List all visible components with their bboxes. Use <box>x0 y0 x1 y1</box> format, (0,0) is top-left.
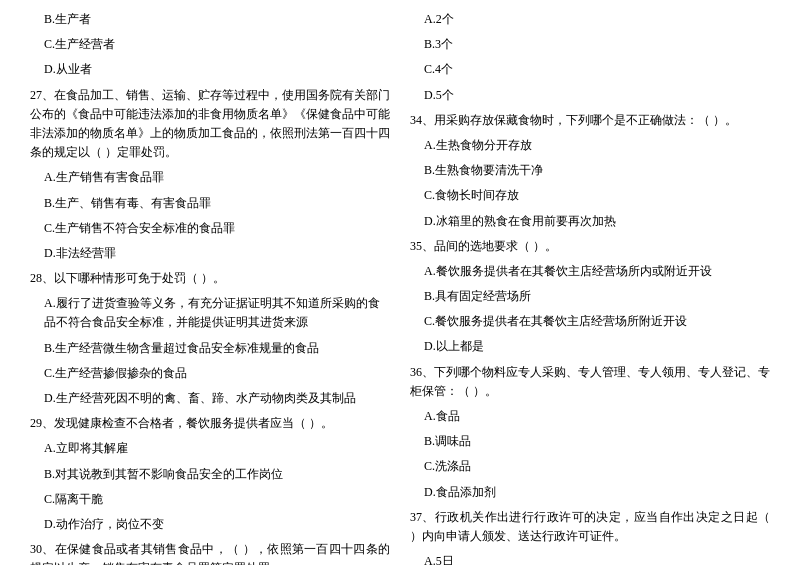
q30-text: 30、在保健食品或者其销售食品中，（ ），依照第一百四十四条的规定以生产、销售有… <box>30 540 390 565</box>
q36d-block: D.食品添加剂 <box>410 483 770 502</box>
q34-opt-c: C.食物长时间存放 <box>410 186 770 205</box>
q27c-block: C.生产销售不符合安全标准的食品罪 <box>30 219 390 238</box>
q27-text: 27、在食品加工、销售、运输、贮存等过程中，使用国务院有关部门公布的《食品中可能… <box>30 86 390 163</box>
q29-block: 29、发现健康检查不合格者，餐饮服务提供者应当（ ）。 <box>30 414 390 433</box>
q35-opt-c: C.餐饮服务提供者在其餐饮主店经营场所附近开设 <box>410 312 770 331</box>
option-b-producer: B.生产者 <box>30 10 390 29</box>
r-opt-a2: A.2个 <box>410 10 770 29</box>
q35c-block: C.餐饮服务提供者在其餐饮主店经营场所附近开设 <box>410 312 770 331</box>
right-item-0: A.2个 <box>410 10 770 29</box>
q35a-block: A.餐饮服务提供者在其餐饮主店经营场所内或附近开设 <box>410 262 770 281</box>
q29-opt-b: B.对其说教到其暂不影响食品安全的工作岗位 <box>30 465 390 484</box>
q34c-block: C.食物长时间存放 <box>410 186 770 205</box>
q36a-block: A.食品 <box>410 407 770 426</box>
q29a-block: A.立即将其解雇 <box>30 439 390 458</box>
q34-text: 34、用采购存放保藏食物时，下列哪个是不正确做法：（ ）。 <box>410 111 770 130</box>
q28a-block: A.履行了进货查验等义务，有充分证据证明其不知道所采购的食品不符合食品安全标准，… <box>30 294 390 332</box>
q36-block: 36、下列哪个物料应专人采购、专人管理、专人领用、专人登记、专柜保管：（ ）。 <box>410 363 770 401</box>
q35-block: 35、品间的选地要求（ ）。 <box>410 237 770 256</box>
r-opt-d5: D.5个 <box>410 86 770 105</box>
q28c-block: C.生产经营掺假掺杂的食品 <box>30 364 390 383</box>
q37-block: 37、行政机关作出进行行政许可的决定，应当自作出决定之日起（ ）内向申请人颁发、… <box>410 508 770 546</box>
q36-text: 36、下列哪个物料应专人采购、专人管理、专人领用、专人登记、专柜保管：（ ）。 <box>410 363 770 401</box>
q36-opt-b: B.调味品 <box>410 432 770 451</box>
q27-opt-d: D.非法经营罪 <box>30 244 390 263</box>
q34b-block: B.生熟食物要清洗干净 <box>410 161 770 180</box>
q27-opt-b: B.生产、销售有毒、有害食品罪 <box>30 194 390 213</box>
q35-opt-b: B.具有固定经营场所 <box>410 287 770 306</box>
left-column: B.生产者 C.生产经营者 D.从业者 27、在食品加工、销售、运输、贮存等过程… <box>30 10 390 565</box>
r-opt-c4: C.4个 <box>410 60 770 79</box>
q36-opt-c: C.洗涤品 <box>410 457 770 476</box>
right-column: A.2个 B.3个 C.4个 D.5个 34、用采购存放保藏食物时，下列哪个是不… <box>410 10 770 565</box>
q34-opt-b: B.生熟食物要清洗干净 <box>410 161 770 180</box>
q34a-block: A.生热食物分开存放 <box>410 136 770 155</box>
q36-opt-a: A.食品 <box>410 407 770 426</box>
left-item-0: B.生产者 <box>30 10 390 29</box>
q37-text: 37、行政机关作出进行行政许可的决定，应当自作出决定之日起（ ）内向申请人颁发、… <box>410 508 770 546</box>
columns-layout: B.生产者 C.生产经营者 D.从业者 27、在食品加工、销售、运输、贮存等过程… <box>30 10 770 565</box>
right-item-2: C.4个 <box>410 60 770 79</box>
left-item-1: C.生产经营者 <box>30 35 390 54</box>
q28-opt-a: A.履行了进货查验等义务，有充分证据证明其不知道所采购的食品不符合食品安全标准，… <box>30 294 390 332</box>
q29-opt-d: D.动作治疗，岗位不变 <box>30 515 390 534</box>
q28d-block: D.生产经营死因不明的禽、畜、蹄、水产动物肉类及其制品 <box>30 389 390 408</box>
right-item-1: B.3个 <box>410 35 770 54</box>
q27-opt-a: A.生产销售有害食品罪 <box>30 168 390 187</box>
q36-opt-d: D.食品添加剂 <box>410 483 770 502</box>
right-item-3: D.5个 <box>410 86 770 105</box>
q28b-block: B.生产经营微生物含量超过食品安全标准规量的食品 <box>30 339 390 358</box>
q28-opt-b: B.生产经营微生物含量超过食品安全标准规量的食品 <box>30 339 390 358</box>
q27-opt-c: C.生产销售不符合安全标准的食品罪 <box>30 219 390 238</box>
q30-block: 30、在保健食品或者其销售食品中，（ ），依照第一百四十四条的规定以生产、销售有… <box>30 540 390 565</box>
q29-opt-c: C.隔离干脆 <box>30 490 390 509</box>
option-c-manager: C.生产经营者 <box>30 35 390 54</box>
q34-opt-a: A.生热食物分开存放 <box>410 136 770 155</box>
q29b-block: B.对其说教到其暂不影响食品安全的工作岗位 <box>30 465 390 484</box>
q37a-block: A.5日 <box>410 552 770 565</box>
q34-block: 34、用采购存放保藏食物时，下列哪个是不正确做法：（ ）。 <box>410 111 770 130</box>
q29-text: 29、发现健康检查不合格者，餐饮服务提供者应当（ ）。 <box>30 414 390 433</box>
page-container: B.生产者 C.生产经营者 D.从业者 27、在食品加工、销售、运输、贮存等过程… <box>30 10 770 565</box>
r-opt-b3: B.3个 <box>410 35 770 54</box>
q28-block: 28、以下哪种情形可免于处罚（ ）。 <box>30 269 390 288</box>
q36b-block: B.调味品 <box>410 432 770 451</box>
q29-opt-a: A.立即将其解雇 <box>30 439 390 458</box>
q29d-block: D.动作治疗，岗位不变 <box>30 515 390 534</box>
q34-opt-d: D.冰箱里的熟食在食用前要再次加热 <box>410 212 770 231</box>
q36c-block: C.洗涤品 <box>410 457 770 476</box>
q27d-block: D.非法经营罪 <box>30 244 390 263</box>
q35-opt-a: A.餐饮服务提供者在其餐饮主店经营场所内或附近开设 <box>410 262 770 281</box>
q34d-block: D.冰箱里的熟食在食用前要再次加热 <box>410 212 770 231</box>
q28-opt-d: D.生产经营死因不明的禽、畜、蹄、水产动物肉类及其制品 <box>30 389 390 408</box>
q35-text: 35、品间的选地要求（ ）。 <box>410 237 770 256</box>
left-item-2: D.从业者 <box>30 60 390 79</box>
q35d-block: D.以上都是 <box>410 337 770 356</box>
q35b-block: B.具有固定经营场所 <box>410 287 770 306</box>
q27-block: 27、在食品加工、销售、运输、贮存等过程中，使用国务院有关部门公布的《食品中可能… <box>30 86 390 163</box>
q28-text: 28、以下哪种情形可免于处罚（ ）。 <box>30 269 390 288</box>
q37-opt-a: A.5日 <box>410 552 770 565</box>
q35-opt-d: D.以上都是 <box>410 337 770 356</box>
option-d-from: D.从业者 <box>30 60 390 79</box>
q28-opt-c: C.生产经营掺假掺杂的食品 <box>30 364 390 383</box>
q29c-block: C.隔离干脆 <box>30 490 390 509</box>
q27b-block: B.生产、销售有毒、有害食品罪 <box>30 194 390 213</box>
q27a-block: A.生产销售有害食品罪 <box>30 168 390 187</box>
